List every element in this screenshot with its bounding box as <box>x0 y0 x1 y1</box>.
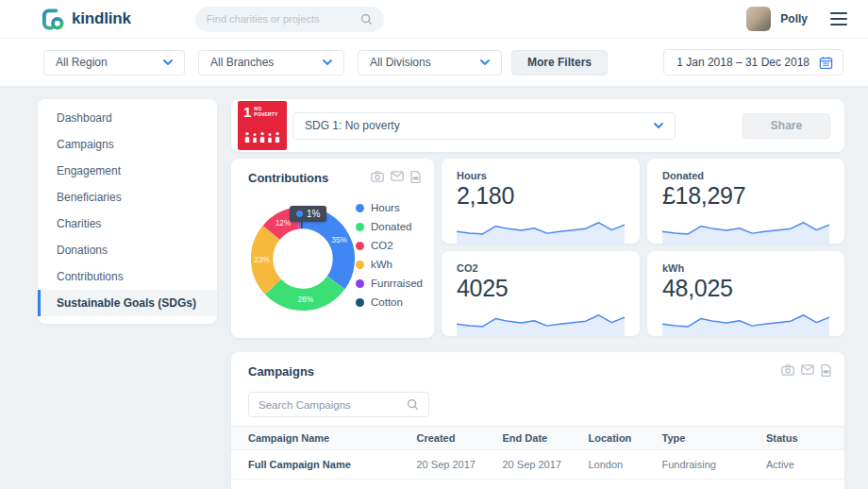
export-file-icon[interactable] <box>821 364 831 377</box>
sidebar-item-charities[interactable]: Charities <box>38 211 217 237</box>
co2-sparkline-chart <box>457 304 625 336</box>
cell-location: Bristol <box>581 480 655 489</box>
stat-cards-grid: Hours 2,180 Donated £18,297 CO2 4025 <box>442 159 844 338</box>
column-header-end-date[interactable]: End Date <box>495 427 581 450</box>
legend-dot <box>356 204 364 212</box>
chevron-down-icon <box>323 59 332 65</box>
mail-icon[interactable] <box>391 171 404 183</box>
legend-dot <box>356 279 364 288</box>
sidebar-item-donations[interactable]: Donations <box>38 237 217 263</box>
column-header-status[interactable]: Status <box>759 427 844 450</box>
campaigns-search-input[interactable] <box>259 399 407 411</box>
camera-icon[interactable] <box>371 171 384 183</box>
campaigns-table: Campaign Name Created End Date Location … <box>231 426 844 489</box>
topbar-right: Polly <box>746 7 847 31</box>
stat-value: 48,025 <box>662 275 829 302</box>
camera-icon[interactable] <box>781 364 794 377</box>
legend-dot <box>356 298 364 307</box>
legend-label: kWh <box>371 259 392 270</box>
more-filters-button[interactable]: More Filters <box>511 50 608 76</box>
cell-type: Fundraising <box>655 450 760 480</box>
search-icon[interactable] <box>407 398 419 411</box>
sidebar-nav: Dashboard Campaigns Engagement Beneficia… <box>38 99 217 324</box>
stat-label: Donated <box>662 170 829 181</box>
sidebar-item-dashboard[interactable]: Dashboard <box>38 105 217 131</box>
chevron-down-icon <box>480 59 490 65</box>
global-search <box>195 7 384 32</box>
donut-tooltip: 1% <box>290 206 326 222</box>
sdg-badge-number: 1 <box>243 105 251 119</box>
stat-label: kWh <box>662 262 829 274</box>
export-file-icon[interactable] <box>410 171 421 183</box>
region-select-value: All Region <box>56 56 108 69</box>
stat-label: Hours <box>457 170 625 181</box>
brand-wordmark: kindlink <box>72 9 131 28</box>
legend-label: CO2 <box>371 240 393 251</box>
sdg-selector-card: 1 NO POVERTY SDG 1: No pov <box>231 99 844 152</box>
sidebar-item-campaigns[interactable]: Campaigns <box>38 131 217 158</box>
sdg-select[interactable]: SDG 1: No poverty <box>292 112 676 140</box>
cell-end-date: 21 Sep 2017 <box>495 480 581 489</box>
region-select[interactable]: All Region <box>43 50 185 76</box>
sidebar-item-beneficiaries[interactable]: Beneficiaries <box>38 184 217 211</box>
cell-status: Active <box>759 450 844 480</box>
top-header: kindlink Polly <box>0 0 868 39</box>
legend-item-funrraised: Funrraised <box>356 278 423 289</box>
donated-sparkline-chart <box>662 211 829 244</box>
legend-label: Cotton <box>371 296 403 308</box>
user-name[interactable]: Polly <box>780 12 808 25</box>
kwh-sparkline-chart <box>662 304 829 336</box>
sidebar-item-contributions[interactable]: Contributions <box>38 263 217 290</box>
legend-dot <box>356 223 364 231</box>
campaigns-title: Campaigns <box>248 364 314 379</box>
column-header-type[interactable]: Type <box>655 427 760 450</box>
column-header-campaign-name[interactable]: Campaign Name <box>231 427 409 450</box>
cell-end-date: 20 Sep 2017 <box>495 450 581 480</box>
cell-campaign-name: Full Campaign Name <box>231 480 409 489</box>
contributions-card: Contributions <box>231 159 434 338</box>
cell-location: London <box>581 450 655 480</box>
table-row[interactable]: Full Campaign Name 21 Sep 2017 21 Sep 20… <box>231 480 844 489</box>
legend-label: Funrraised <box>371 278 423 289</box>
chevron-down-icon <box>163 59 173 65</box>
user-avatar[interactable] <box>746 7 771 31</box>
sdg-badge-title: NO POVERTY <box>254 106 278 117</box>
calendar-icon <box>819 56 833 70</box>
share-button[interactable]: Share <box>743 113 830 139</box>
kindlink-logo[interactable]: kindlink <box>42 8 131 31</box>
branches-select[interactable]: All Branches <box>198 50 344 76</box>
cell-campaign-name: Full Campaign Name <box>231 450 409 480</box>
kindlink-logo-icon <box>42 8 65 31</box>
column-header-created[interactable]: Created <box>409 427 495 450</box>
date-range-picker[interactable]: 1 Jan 2018 – 31 Dec 2018 <box>663 49 843 76</box>
stat-card-co2: CO2 4025 <box>442 251 640 336</box>
divisions-select[interactable]: All Divisions <box>358 50 502 76</box>
sidebar-item-sustainable-goals[interactable]: Sustainable Goals (SDGs) <box>38 290 217 316</box>
legend-dot <box>356 261 364 269</box>
menu-icon[interactable] <box>830 12 847 25</box>
global-search-input[interactable] <box>207 13 360 25</box>
search-icon[interactable] <box>360 13 373 25</box>
sdg-select-value: SDG 1: No poverty <box>305 119 400 132</box>
stat-card-kwh: kWh 48,025 <box>647 251 844 336</box>
column-header-location[interactable]: Location <box>581 427 655 450</box>
campaigns-card: Campaigns <box>231 352 844 489</box>
hours-sparkline-chart <box>457 211 625 244</box>
chevron-down-icon <box>654 123 663 128</box>
date-range-value: 1 Jan 2018 – 31 Dec 2018 <box>676 56 810 69</box>
main-panel: 1 NO POVERTY SDG 1: No pov <box>231 99 844 489</box>
legend-item-co2: CO2 <box>356 240 423 251</box>
divisions-select-value: All Divisions <box>370 56 431 69</box>
legend-label: Donated <box>371 221 411 232</box>
cell-created: 20 Sep 2017 <box>409 450 495 480</box>
tooltip-value: 1% <box>307 209 320 219</box>
sidebar-item-engagement[interactable]: Engagement <box>38 158 217 184</box>
people-icon <box>243 130 282 147</box>
stats-row: Contributions <box>231 159 844 338</box>
cell-type: Volunteering <box>655 480 760 489</box>
mail-icon[interactable] <box>801 364 814 377</box>
svg-text:23%: 23% <box>254 255 270 264</box>
table-row[interactable]: Full Campaign Name 20 Sep 2017 20 Sep 20… <box>231 450 844 480</box>
stat-card-donated: Donated £18,297 <box>647 159 844 244</box>
stat-label: CO2 <box>457 262 625 274</box>
